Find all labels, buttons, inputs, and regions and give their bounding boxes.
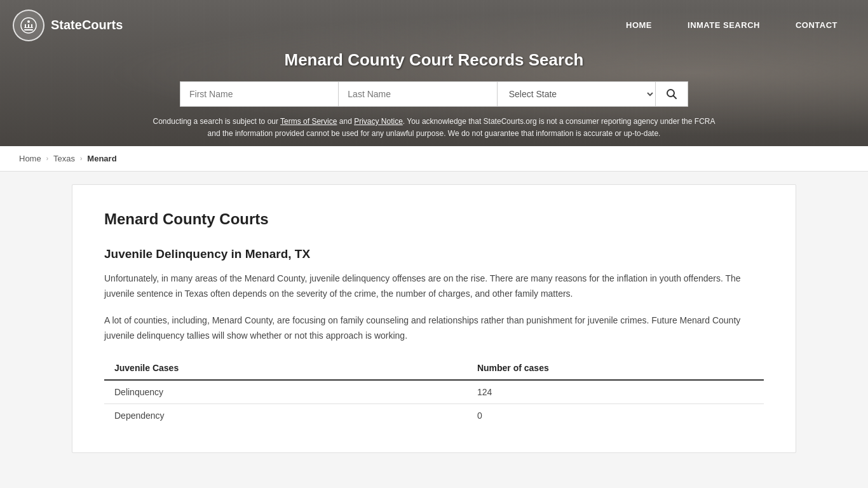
site-header: StateCourts HOME INMATE SEARCH CONTACT M… <box>0 0 868 146</box>
site-logo[interactable]: StateCourts <box>13 10 123 41</box>
case-type-cell: Dependency <box>104 403 467 427</box>
table-header-row: Juvenile Cases Number of cases <box>104 356 764 380</box>
page-title: Menard County Court Records Search <box>13 50 855 70</box>
case-type-cell: Delinquency <box>104 380 467 404</box>
paragraph-1: Unfortunately, in many areas of the Mena… <box>104 271 764 302</box>
tos-link[interactable]: Terms of Service <box>280 117 337 126</box>
main-heading: Menard County Courts <box>104 210 764 228</box>
disclaimer-between: and <box>337 117 354 126</box>
logo-icon <box>13 10 44 41</box>
main-content: Menard County Courts Juvenile Delinquenc… <box>59 184 809 452</box>
breadcrumb-current: Menard <box>87 154 116 163</box>
nav-home[interactable]: HOME <box>608 3 670 48</box>
breadcrumb-state[interactable]: Texas <box>53 154 75 163</box>
svg-line-8 <box>673 96 676 99</box>
svg-rect-1 <box>27 20 30 23</box>
svg-rect-3 <box>24 27 33 28</box>
nav-inmate-search[interactable]: INMATE SEARCH <box>670 3 778 48</box>
privacy-link[interactable]: Privacy Notice <box>354 117 403 126</box>
search-section: Menard County Court Records Search Selec… <box>0 50 868 146</box>
col-header-count: Number of cases <box>467 356 764 380</box>
svg-rect-6 <box>31 24 32 27</box>
disclaimer-text: Conducting a search is subject to our Te… <box>148 116 720 140</box>
table-row: Delinquency 124 <box>104 380 764 404</box>
search-bar: Select State Alabama Alaska Arizona Arka… <box>180 81 688 107</box>
search-icon <box>666 88 677 100</box>
nav-links: HOME INMATE SEARCH CONTACT <box>608 3 855 48</box>
navigation: StateCourts HOME INMATE SEARCH CONTACT <box>0 0 868 50</box>
svg-rect-4 <box>25 24 26 27</box>
juvenile-cases-table: Juvenile Cases Number of cases Delinquen… <box>104 356 764 427</box>
last-name-input[interactable] <box>338 81 496 107</box>
logo-text: StateCourts <box>51 18 123 32</box>
table-row: Dependency 0 <box>104 403 764 427</box>
paragraph-2: A lot of counties, including, Menard Cou… <box>104 313 764 344</box>
col-header-cases: Juvenile Cases <box>104 356 467 380</box>
breadcrumb-sep-2: › <box>80 155 82 162</box>
breadcrumb-sep-1: › <box>46 155 48 162</box>
section-heading: Juvenile Delinquency in Menard, TX <box>104 247 764 261</box>
search-button[interactable] <box>656 81 688 107</box>
breadcrumb-home[interactable]: Home <box>19 154 41 163</box>
case-count-cell: 0 <box>467 403 764 427</box>
state-select[interactable]: Select State Alabama Alaska Arizona Arka… <box>497 81 656 107</box>
breadcrumb: Home › Texas › Menard <box>0 146 868 172</box>
disclaimer-before-tos: Conducting a search is subject to our <box>153 117 281 126</box>
case-count-cell: 124 <box>467 380 764 404</box>
first-name-input[interactable] <box>180 81 338 107</box>
content-card: Menard County Courts Juvenile Delinquenc… <box>72 184 796 452</box>
svg-rect-5 <box>28 24 29 27</box>
nav-contact[interactable]: CONTACT <box>778 3 855 48</box>
svg-rect-2 <box>24 29 33 30</box>
